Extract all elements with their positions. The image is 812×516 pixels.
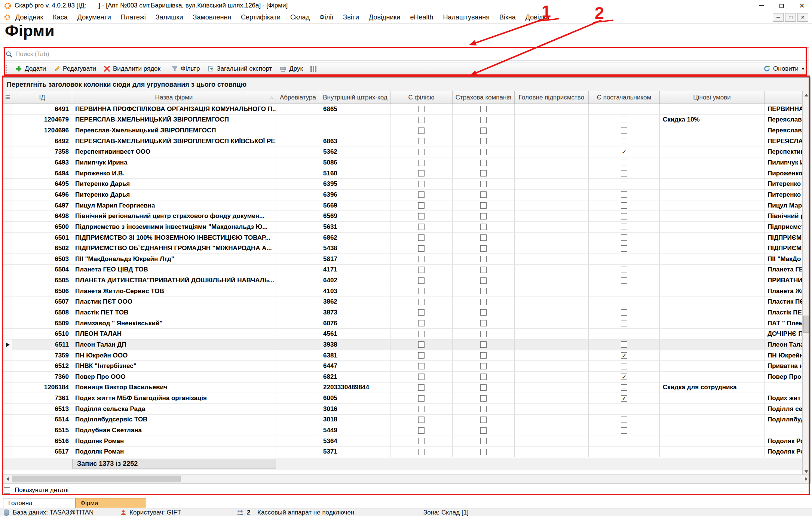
checkbox-is-supplier[interactable] (621, 181, 627, 187)
menu-item[interactable]: Довідка (521, 13, 555, 21)
checkbox-is-branch[interactable] (418, 149, 425, 155)
table-row[interactable]: 6505ПЛАНЕТА ДИТИНСТВА"ПРИВАТНИЙ ДОШКІЛЬН… (3, 275, 803, 286)
checkbox-insurance-company[interactable] (480, 352, 487, 359)
checkbox-insurance-company[interactable] (480, 299, 487, 305)
checkbox-insurance-company[interactable] (480, 449, 487, 455)
table-row[interactable]: 6506Планета Житло-Сервис ТОВ4103Планета … (3, 286, 803, 297)
checkbox-insurance-company[interactable] (480, 277, 487, 284)
close-button[interactable]: × (792, 0, 812, 11)
checkbox-is-supplier[interactable] (621, 309, 627, 316)
checkbox-is-branch[interactable] (418, 288, 425, 294)
toolbar-grip[interactable] (6, 65, 8, 73)
table-row[interactable]: 6516Подоляк Роман5364Подоляк Ро (3, 436, 803, 447)
column-header[interactable]: Головне підприємство (515, 91, 589, 104)
scroll-down-arrow[interactable] (803, 468, 810, 475)
checkbox-is-supplier[interactable] (621, 160, 627, 166)
checkbox-is-supplier[interactable] (621, 384, 627, 391)
checkbox-is-supplier[interactable] (621, 245, 627, 252)
checkbox-insurance-company[interactable] (480, 256, 487, 262)
filter-button[interactable]: Фільтр (168, 62, 203, 75)
checkbox-is-branch[interactable] (418, 256, 425, 262)
menu-item[interactable]: Залишки (151, 13, 188, 21)
horizontal-scroll-thumb[interactable] (12, 476, 181, 482)
table-row[interactable]: 6493Пилипчук Ирина5086Пилипчук И (3, 157, 803, 168)
checkbox-is-branch[interactable] (418, 299, 425, 305)
menu-item[interactable]: Платежі (116, 13, 151, 21)
checkbox-is-supplier[interactable] (621, 138, 627, 144)
scroll-right-arrow[interactable] (802, 475, 810, 483)
checkbox-insurance-company[interactable] (480, 320, 487, 326)
table-row[interactable]: 6517Подоляк Роман5371Подоляк Ро (3, 447, 803, 458)
checkbox-is-branch[interactable] (418, 138, 425, 144)
scroll-left-arrow[interactable] (3, 475, 12, 483)
table-row[interactable]: 6509Племзавод " Яненківський"6076ПАТ " П… (3, 318, 803, 329)
checkbox-is-branch[interactable] (418, 449, 425, 455)
checkbox-insurance-company[interactable] (480, 170, 487, 176)
table-row[interactable]: 1204679ПЕРЕЯСЛАВ-ХМЕЛЬНИЦЬКИЙ ЗВІРОПЛЕМГ… (3, 115, 803, 126)
checkbox-is-branch[interactable] (418, 363, 425, 369)
restore-button[interactable] (772, 0, 792, 11)
checkbox-insurance-company[interactable] (480, 374, 487, 380)
export-button[interactable]: Загальний експорт (203, 62, 276, 75)
menu-item[interactable]: Філії (315, 13, 338, 21)
menu-item[interactable]: Документи (73, 13, 116, 21)
checkbox-is-branch[interactable] (418, 106, 425, 112)
table-row[interactable]: 6500Підприємство з іноземними інвестиція… (3, 222, 803, 233)
checkbox-is-branch[interactable] (418, 224, 425, 230)
table-row[interactable]: 7361Подих життя МБФ Благодійна організац… (3, 393, 803, 404)
checkbox-insurance-company[interactable] (480, 395, 487, 402)
checkbox-is-supplier[interactable]: ✓ (621, 149, 627, 155)
table-row[interactable]: 7358Перспективинвест ООО5362✓Перспектив (3, 147, 803, 158)
checkbox-is-supplier[interactable] (621, 191, 627, 198)
checkbox-is-supplier[interactable] (621, 299, 627, 305)
table-row[interactable]: 6496Питеренко Дарья6396Питеренко (3, 190, 803, 200)
checkbox-is-supplier[interactable] (621, 224, 627, 230)
checkbox-insurance-company[interactable] (480, 288, 487, 294)
checkbox-is-branch[interactable] (418, 202, 425, 209)
checkbox-is-supplier[interactable] (621, 106, 627, 112)
checkbox-is-supplier[interactable] (621, 406, 627, 412)
horizontal-scrollbar[interactable] (3, 474, 810, 483)
menu-item[interactable]: Каса (48, 13, 73, 21)
mdi-close-button[interactable]: × (797, 13, 808, 22)
checkbox-is-supplier[interactable] (621, 117, 627, 123)
checkbox-is-branch[interactable] (418, 427, 425, 434)
delete-row-button[interactable]: Видалити рядок (100, 62, 164, 75)
checkbox-insurance-company[interactable] (480, 149, 487, 155)
checkbox-insurance-company[interactable] (480, 331, 487, 337)
menu-item[interactable]: Сертифікати (236, 13, 285, 21)
search-input[interactable] (13, 50, 809, 58)
menu-item[interactable]: Довідники (364, 13, 405, 21)
group-by-panel[interactable]: Перетягніть заголовок колонки сюди для у… (3, 78, 810, 92)
checkbox-is-supplier[interactable] (621, 417, 627, 423)
checkbox-is-branch[interactable] (418, 384, 425, 391)
checkbox-insurance-company[interactable] (480, 309, 487, 316)
table-row[interactable]: 6492ПЕРЕЯСЛАВ-ХМЕЛЬНИЦЬКИЙ ЗВІРОПЛЕМГОСП… (3, 136, 803, 147)
checkbox-insurance-company[interactable] (480, 202, 487, 209)
column-header[interactable]: Абревіатура (276, 91, 320, 104)
table-row[interactable]: 1206184Повниця Виктор Васильевич22033304… (3, 383, 803, 393)
menu-item[interactable]: Звіти (338, 13, 364, 21)
checkbox-is-branch[interactable] (418, 267, 425, 273)
edit-button[interactable]: Редагувати (50, 62, 100, 75)
checkbox-insurance-company[interactable] (480, 224, 487, 230)
checkbox-insurance-company[interactable] (480, 234, 487, 241)
checkbox-is-branch[interactable] (418, 320, 425, 326)
checkbox-is-branch[interactable] (418, 213, 425, 219)
checkbox-is-supplier[interactable] (621, 234, 627, 241)
checkbox-insurance-company[interactable] (480, 406, 487, 412)
table-row[interactable]: 6494Пироженко И.В.5160Пироженко (3, 168, 803, 179)
menu-item[interactable]: Склад (285, 13, 315, 21)
checkbox-is-branch[interactable] (418, 309, 425, 316)
checkbox-is-supplier[interactable] (621, 202, 627, 209)
checkbox-is-supplier[interactable] (621, 363, 627, 369)
checkbox-is-supplier[interactable] (621, 341, 627, 348)
checkbox-insurance-company[interactable] (480, 181, 487, 187)
checkbox-is-branch[interactable] (418, 160, 425, 166)
menu-item[interactable]: Замовлення (188, 13, 236, 21)
checkbox-insurance-company[interactable] (480, 213, 487, 219)
checkbox-is-branch[interactable] (418, 374, 425, 380)
checkbox-insurance-company[interactable] (480, 106, 487, 112)
checkbox-is-branch[interactable] (418, 245, 425, 252)
minimize-button[interactable] (751, 0, 772, 11)
